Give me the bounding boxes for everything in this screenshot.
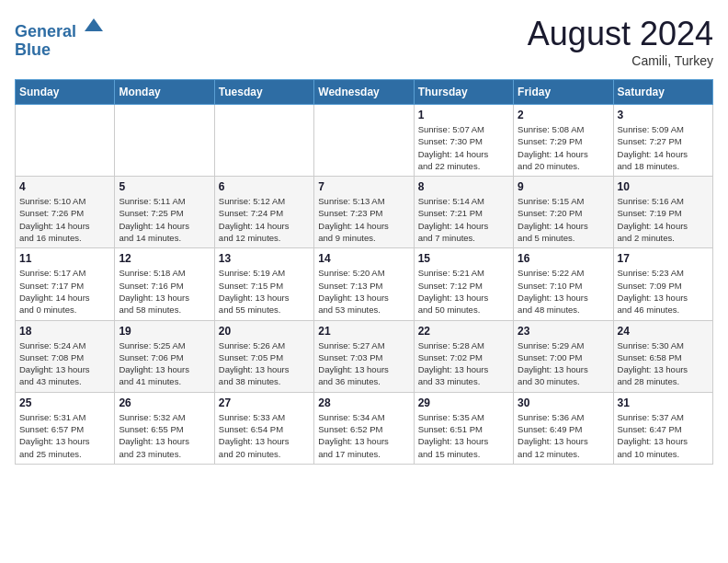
title-block: August 2024 Camili, Turkey: [528, 15, 713, 68]
day-info: Sunrise: 5:11 AM Sunset: 7:25 PM Dayligh…: [119, 195, 210, 244]
day-info: Sunrise: 5:35 AM Sunset: 6:51 PM Dayligh…: [418, 411, 509, 460]
calendar-week-row: 4Sunrise: 5:10 AM Sunset: 7:26 PM Daylig…: [16, 177, 713, 248]
day-number: 17: [618, 252, 709, 265]
calendar-cell: 25Sunrise: 5:31 AM Sunset: 6:57 PM Dayli…: [16, 392, 115, 464]
day-info: Sunrise: 5:26 AM Sunset: 7:05 PM Dayligh…: [219, 339, 310, 388]
calendar-cell: 18Sunrise: 5:24 AM Sunset: 7:08 PM Dayli…: [16, 320, 115, 392]
day-number: 10: [618, 180, 709, 193]
calendar-cell: 20Sunrise: 5:26 AM Sunset: 7:05 PM Dayli…: [214, 320, 313, 392]
calendar-cell: 8Sunrise: 5:14 AM Sunset: 7:21 PM Daylig…: [414, 177, 513, 248]
day-info: Sunrise: 5:32 AM Sunset: 6:55 PM Dayligh…: [119, 411, 210, 460]
day-number: 24: [618, 325, 709, 338]
day-info: Sunrise: 5:31 AM Sunset: 6:57 PM Dayligh…: [19, 411, 110, 460]
day-number: 16: [518, 252, 609, 265]
day-info: Sunrise: 5:07 AM Sunset: 7:30 PM Dayligh…: [418, 123, 509, 172]
day-info: Sunrise: 5:33 AM Sunset: 6:54 PM Dayligh…: [219, 411, 310, 460]
day-number: 22: [418, 325, 509, 338]
day-info: Sunrise: 5:12 AM Sunset: 7:24 PM Dayligh…: [219, 195, 310, 244]
day-number: 14: [318, 252, 409, 265]
day-number: 27: [219, 396, 310, 409]
logo-icon: [83, 15, 105, 37]
weekday-header-row: SundayMondayTuesdayWednesdayThursdayFrid…: [16, 80, 713, 105]
day-number: 20: [219, 325, 310, 338]
calendar-cell: 29Sunrise: 5:35 AM Sunset: 6:51 PM Dayli…: [414, 392, 513, 464]
calendar-cell: 6Sunrise: 5:12 AM Sunset: 7:24 PM Daylig…: [214, 177, 313, 248]
page-header: General Blue August 2024 Camili, Turkey: [15, 15, 713, 68]
day-number: 23: [518, 325, 609, 338]
day-number: 18: [19, 325, 110, 338]
calendar-cell: 14Sunrise: 5:20 AM Sunset: 7:13 PM Dayli…: [314, 248, 414, 320]
weekday-header-sunday: Sunday: [16, 80, 115, 105]
calendar-cell: 23Sunrise: 5:29 AM Sunset: 7:00 PM Dayli…: [514, 320, 613, 392]
month-year: August 2024: [528, 15, 713, 53]
day-number: 15: [418, 252, 509, 265]
day-info: Sunrise: 5:18 AM Sunset: 7:16 PM Dayligh…: [119, 267, 210, 316]
weekday-header-tuesday: Tuesday: [214, 80, 313, 105]
day-info: Sunrise: 5:10 AM Sunset: 7:26 PM Dayligh…: [19, 195, 110, 244]
day-info: Sunrise: 5:15 AM Sunset: 7:20 PM Dayligh…: [518, 195, 609, 244]
logo-blue: Blue: [15, 40, 51, 59]
day-info: Sunrise: 5:22 AM Sunset: 7:10 PM Dayligh…: [518, 267, 609, 316]
day-number: 7: [318, 180, 409, 193]
calendar-week-row: 1Sunrise: 5:07 AM Sunset: 7:30 PM Daylig…: [16, 105, 713, 177]
day-number: 25: [19, 396, 110, 409]
calendar-cell: 9Sunrise: 5:15 AM Sunset: 7:20 PM Daylig…: [514, 177, 613, 248]
calendar-cell: 26Sunrise: 5:32 AM Sunset: 6:55 PM Dayli…: [115, 392, 214, 464]
location: Camili, Turkey: [528, 53, 713, 68]
day-info: Sunrise: 5:14 AM Sunset: 7:21 PM Dayligh…: [418, 195, 509, 244]
weekday-header-saturday: Saturday: [613, 80, 712, 105]
day-info: Sunrise: 5:25 AM Sunset: 7:06 PM Dayligh…: [119, 339, 210, 388]
day-number: 3: [618, 109, 709, 121]
logo: General Blue: [15, 15, 105, 60]
day-info: Sunrise: 5:08 AM Sunset: 7:29 PM Dayligh…: [518, 123, 609, 172]
calendar-cell: 2Sunrise: 5:08 AM Sunset: 7:29 PM Daylig…: [514, 105, 613, 177]
day-info: Sunrise: 5:27 AM Sunset: 7:03 PM Dayligh…: [318, 339, 409, 388]
day-number: 5: [119, 180, 210, 193]
day-info: Sunrise: 5:19 AM Sunset: 7:15 PM Dayligh…: [219, 267, 310, 316]
calendar-cell: 4Sunrise: 5:10 AM Sunset: 7:26 PM Daylig…: [16, 177, 115, 248]
calendar-cell: 21Sunrise: 5:27 AM Sunset: 7:03 PM Dayli…: [314, 320, 414, 392]
weekday-header-wednesday: Wednesday: [314, 80, 414, 105]
calendar-cell: 12Sunrise: 5:18 AM Sunset: 7:16 PM Dayli…: [115, 248, 214, 320]
calendar-cell: 15Sunrise: 5:21 AM Sunset: 7:12 PM Dayli…: [414, 248, 513, 320]
day-number: 13: [219, 252, 310, 265]
day-number: 28: [318, 396, 409, 409]
day-number: 30: [518, 396, 609, 409]
day-info: Sunrise: 5:21 AM Sunset: 7:12 PM Dayligh…: [418, 267, 509, 316]
day-info: Sunrise: 5:20 AM Sunset: 7:13 PM Dayligh…: [318, 267, 409, 316]
day-number: 12: [119, 252, 210, 265]
day-info: Sunrise: 5:17 AM Sunset: 7:17 PM Dayligh…: [19, 267, 110, 316]
calendar-cell: 19Sunrise: 5:25 AM Sunset: 7:06 PM Dayli…: [115, 320, 214, 392]
day-number: 2: [518, 109, 609, 121]
calendar-cell: 27Sunrise: 5:33 AM Sunset: 6:54 PM Dayli…: [214, 392, 313, 464]
weekday-header-monday: Monday: [115, 80, 214, 105]
day-number: 4: [19, 180, 110, 193]
day-info: Sunrise: 5:29 AM Sunset: 7:00 PM Dayligh…: [518, 339, 609, 388]
day-number: 19: [119, 325, 210, 338]
day-number: 8: [418, 180, 509, 193]
weekday-header-thursday: Thursday: [414, 80, 513, 105]
calendar-cell: 22Sunrise: 5:28 AM Sunset: 7:02 PM Dayli…: [414, 320, 513, 392]
day-info: Sunrise: 5:23 AM Sunset: 7:09 PM Dayligh…: [618, 267, 709, 316]
day-info: Sunrise: 5:36 AM Sunset: 6:49 PM Dayligh…: [518, 411, 609, 460]
calendar-cell: 17Sunrise: 5:23 AM Sunset: 7:09 PM Dayli…: [613, 248, 712, 320]
day-number: 26: [119, 396, 210, 409]
calendar-cell: 11Sunrise: 5:17 AM Sunset: 7:17 PM Dayli…: [16, 248, 115, 320]
logo-general: General: [15, 22, 76, 40]
day-info: Sunrise: 5:28 AM Sunset: 7:02 PM Dayligh…: [418, 339, 509, 388]
calendar-week-row: 18Sunrise: 5:24 AM Sunset: 7:08 PM Dayli…: [16, 320, 713, 392]
day-info: Sunrise: 5:30 AM Sunset: 6:58 PM Dayligh…: [618, 339, 709, 388]
calendar-cell: 10Sunrise: 5:16 AM Sunset: 7:19 PM Dayli…: [613, 177, 712, 248]
calendar-cell: 30Sunrise: 5:36 AM Sunset: 6:49 PM Dayli…: [514, 392, 613, 464]
day-info: Sunrise: 5:37 AM Sunset: 6:47 PM Dayligh…: [618, 411, 709, 460]
day-number: 31: [618, 396, 709, 409]
calendar-cell: 16Sunrise: 5:22 AM Sunset: 7:10 PM Dayli…: [514, 248, 613, 320]
day-number: 11: [19, 252, 110, 265]
calendar-week-row: 11Sunrise: 5:17 AM Sunset: 7:17 PM Dayli…: [16, 248, 713, 320]
calendar-cell: 3Sunrise: 5:09 AM Sunset: 7:27 PM Daylig…: [613, 105, 712, 177]
calendar-cell: 24Sunrise: 5:30 AM Sunset: 6:58 PM Dayli…: [613, 320, 712, 392]
weekday-header-friday: Friday: [514, 80, 613, 105]
calendar-cell: [214, 105, 313, 177]
day-number: 21: [318, 325, 409, 338]
calendar-cell: [314, 105, 414, 177]
